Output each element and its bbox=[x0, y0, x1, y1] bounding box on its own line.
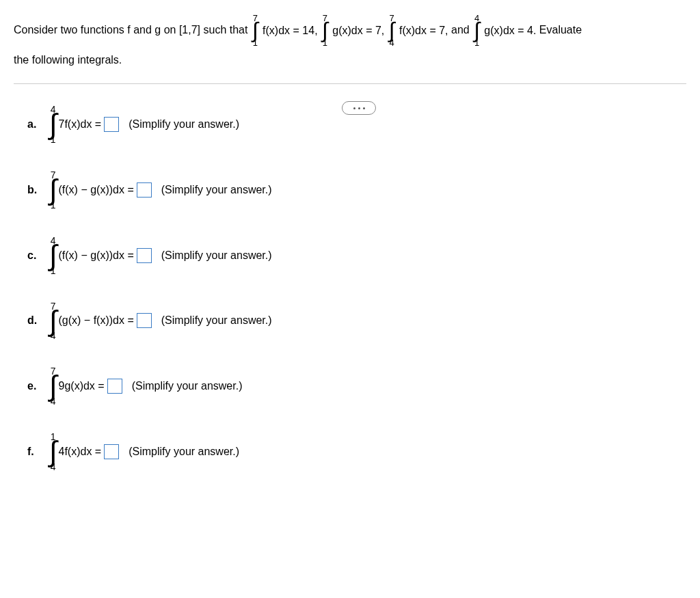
integral-f: 1 ∫ 4 bbox=[49, 432, 57, 472]
question-d: d. 7 ∫ 4 (g(x) − f(x))dx = (Simplify you… bbox=[27, 301, 673, 341]
question-label-b: b. bbox=[27, 184, 41, 196]
question-label-e: e. bbox=[27, 380, 41, 392]
answer-input-e[interactable] bbox=[107, 379, 122, 394]
problem-suffix: Evaluate bbox=[539, 24, 582, 36]
simplify-hint-a: (Simplify your answer.) bbox=[129, 118, 239, 131]
integrand-f: 4f(x)dx = bbox=[59, 446, 102, 458]
integrand-e: 9g(x)dx = bbox=[59, 380, 105, 392]
question-b: b. 7 ∫ 1 (f(x) − g(x))dx = (Simplify you… bbox=[27, 170, 673, 210]
question-label-d: d. bbox=[27, 314, 41, 327]
question-e: e. 7 ∫ 4 9g(x)dx = (Simplify your answer… bbox=[27, 366, 673, 406]
integral-e: 7 ∫ 4 bbox=[49, 366, 57, 406]
problem-line2: the following integrals. bbox=[14, 54, 686, 66]
problem-statement: Consider two functions f and g on [1,7] … bbox=[0, 0, 700, 66]
integral-2-body: g(x)dx = 7, bbox=[332, 18, 384, 42]
dot-icon bbox=[353, 107, 355, 109]
integral-4-body: g(x)dx = 4. bbox=[484, 18, 536, 42]
answer-input-d[interactable] bbox=[137, 313, 152, 328]
questions-container: a. 4 ∫ 1 7f(x)dx = (Simplify your answer… bbox=[0, 84, 700, 472]
integral-2: 7 ∫ 1 bbox=[322, 14, 328, 47]
question-f: f. 1 ∫ 4 4f(x)dx = (Simplify your answer… bbox=[27, 432, 673, 472]
question-label-f: f. bbox=[27, 446, 41, 458]
dot-icon bbox=[358, 107, 360, 109]
dot-icon bbox=[363, 107, 365, 109]
integral-3: 7 ∫ 4 bbox=[389, 14, 395, 47]
simplify-hint-d: (Simplify your answer.) bbox=[161, 314, 272, 327]
simplify-hint-c: (Simplify your answer.) bbox=[161, 249, 272, 262]
integrand-d: (g(x) − f(x))dx = bbox=[59, 314, 134, 327]
simplify-hint-e: (Simplify your answer.) bbox=[132, 380, 243, 392]
more-button[interactable] bbox=[342, 101, 376, 115]
simplify-hint-b: (Simplify your answer.) bbox=[161, 184, 272, 196]
integrand-a: 7f(x)dx = bbox=[59, 118, 102, 131]
simplify-hint-f: (Simplify your answer.) bbox=[129, 446, 239, 458]
integral-d: 7 ∫ 4 bbox=[49, 301, 57, 341]
answer-input-c[interactable] bbox=[137, 248, 152, 263]
question-label-a: a. bbox=[27, 118, 41, 131]
answer-input-f[interactable] bbox=[104, 444, 119, 459]
integral-1-body: f(x)dx = 14, bbox=[262, 18, 317, 42]
integral-a: 4 ∫ 1 bbox=[49, 105, 57, 144]
and-text: and bbox=[451, 24, 472, 36]
question-c: c. 4 ∫ 1 (f(x) − g(x))dx = (Simplify you… bbox=[27, 236, 673, 275]
integrand-c: (f(x) − g(x))dx = bbox=[59, 249, 134, 262]
problem-prefix: Consider two functions f and g on [1,7] … bbox=[14, 24, 251, 36]
answer-input-a[interactable] bbox=[104, 117, 119, 132]
integral-b: 7 ∫ 1 bbox=[49, 170, 57, 210]
integrand-b: (f(x) − g(x))dx = bbox=[59, 184, 134, 196]
question-label-c: c. bbox=[27, 249, 41, 262]
answer-input-b[interactable] bbox=[137, 182, 152, 198]
integral-3-body: f(x)dx = 7, bbox=[399, 18, 448, 42]
integral-c: 4 ∫ 1 bbox=[49, 236, 57, 275]
integral-1: 7 ∫ 1 bbox=[252, 14, 258, 47]
integral-4: 4 ∫ 1 bbox=[474, 14, 480, 47]
